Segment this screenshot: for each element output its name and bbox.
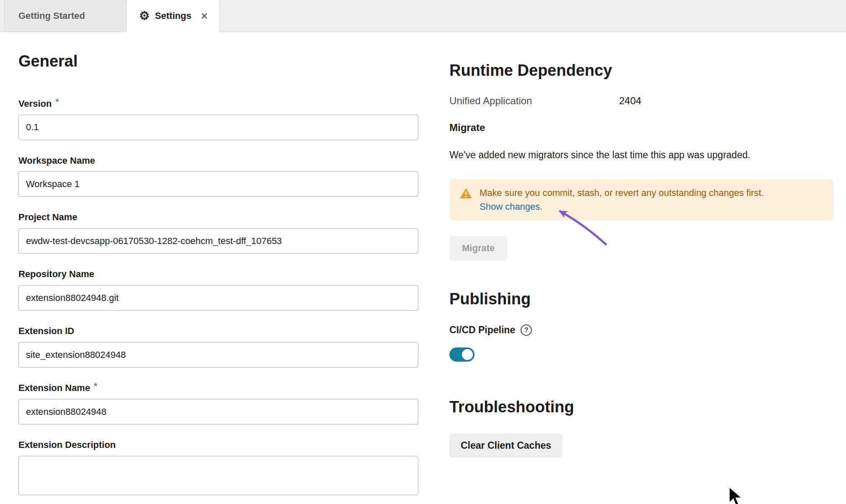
warning-banner: Make sure you commit, stash, or revert a… [449,179,833,220]
version-input[interactable] [18,115,418,140]
general-title: General [18,52,418,71]
project-name-label: Project Name [18,211,77,223]
required-asterisk: * [94,381,97,391]
toggle-knob [462,349,473,360]
tab-settings[interactable]: ⚙ Settings × [126,0,220,32]
field-workspace-name: Workspace Name [18,155,418,197]
extension-id-label-row: Extension ID [18,325,418,337]
extension-id-input[interactable] [18,342,418,368]
warning-row: Make sure you commit, stash, or revert a… [459,186,823,213]
extension-name-input[interactable] [18,399,418,424]
field-repository-name: Repository Name [18,268,418,311]
extension-name-label: Extension Name [18,382,90,394]
warning-message: Make sure you commit, stash, or revert a… [480,186,764,213]
warning-text: Make sure you commit, stash, or revert a… [480,188,764,198]
troubleshooting-title: Troubleshooting [449,398,835,417]
version-label-row: Version * [18,98,418,110]
workspace-name-input[interactable] [18,171,418,197]
clear-client-caches-button[interactable]: Clear Client Caches [449,434,562,458]
field-project-name: Project Name [18,211,418,254]
tab-settings-label: Settings [155,10,191,21]
field-version: Version * [18,98,418,140]
right-column: Runtime Dependency Unified Application 2… [449,32,835,497]
general-section: General Version * Workspace Name Project… [18,32,418,497]
cicd-pipeline-label: CI/CD Pipeline [449,324,515,336]
extension-description-label-row: Extension Description [18,439,418,451]
gear-icon: ⚙ [139,10,150,22]
close-icon[interactable]: × [201,10,208,22]
workspace-name-label-row: Workspace Name [18,155,418,167]
show-changes-link[interactable]: Show changes. [480,200,542,213]
settings-page: General Version * Workspace Name Project… [0,32,846,497]
cicd-toggle[interactable] [449,347,475,362]
repository-name-label-row: Repository Name [18,268,418,280]
field-extension-name: Extension Name * [18,382,418,424]
extension-name-label-row: Extension Name * [18,382,418,394]
warning-icon [459,188,472,199]
tab-getting-started-label: Getting Started [18,10,85,21]
field-extension-description: Extension Description [18,439,418,497]
project-name-label-row: Project Name [18,211,418,223]
tab-getting-started[interactable]: Getting Started [4,0,126,31]
field-extension-id: Extension ID [18,325,418,368]
runtime-dependency-title: Runtime Dependency [449,61,835,80]
extension-description-label: Extension Description [18,439,116,451]
migrate-heading: Migrate [449,121,835,134]
extension-description-input[interactable] [18,456,418,495]
unified-application-row: Unified Application 2404 [449,95,835,107]
help-icon[interactable]: ? [521,324,532,336]
unified-application-label: Unified Application [449,95,619,107]
repository-name-label: Repository Name [18,268,94,280]
repository-name-input[interactable] [18,285,418,311]
workspace-name-label: Workspace Name [18,155,95,167]
migrate-button[interactable]: Migrate [449,236,507,260]
migrate-info-text: We've added new migrators since the last… [449,149,835,162]
extension-id-label: Extension ID [18,325,74,337]
unified-application-value: 2404 [619,95,641,107]
publishing-title: Publishing [449,290,835,309]
project-name-input[interactable] [18,228,418,254]
cicd-pipeline-row: CI/CD Pipeline ? [449,324,835,336]
required-asterisk: * [55,97,59,107]
tab-bar: Getting Started ⚙ Settings × [0,0,846,32]
version-label: Version [18,98,52,110]
